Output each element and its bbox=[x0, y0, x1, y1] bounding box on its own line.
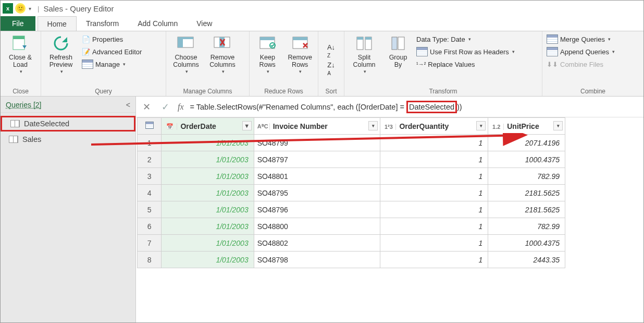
cell-orderdate[interactable]: 1/01/2003 bbox=[162, 185, 254, 201]
remove-columns-button[interactable]: Remove Columns ▾ bbox=[206, 33, 239, 74]
cell-invoice[interactable]: SO48797 bbox=[254, 151, 380, 168]
row-number[interactable]: 2 bbox=[138, 151, 162, 168]
keep-rows-icon bbox=[257, 33, 278, 53]
query-item-sales[interactable]: Sales bbox=[1, 131, 135, 147]
chevron-down-icon: ▾ bbox=[222, 69, 225, 74]
formula-input[interactable]: = Table.SelectRows(#"Renamed Columns", e… bbox=[190, 103, 639, 111]
quick-access-dropdown-icon[interactable]: ▾ bbox=[29, 6, 31, 11]
datatype-text-icon[interactable]: AᴮC bbox=[257, 123, 270, 130]
row-number[interactable]: 3 bbox=[138, 168, 162, 185]
table-row[interactable]: 21/01/2003SO4879711000.4375 bbox=[138, 151, 565, 168]
close-and-load-button[interactable]: Close & Load ▾ bbox=[4, 33, 37, 74]
datatype-int-icon[interactable]: 1²3 bbox=[383, 124, 396, 130]
smiley-icon[interactable]: 🙂 bbox=[15, 3, 26, 14]
datatype-date-icon[interactable]: 📅 bbox=[165, 123, 177, 130]
group-by-button[interactable]: Group By bbox=[384, 33, 412, 69]
advanced-editor-button[interactable]: 📝 Advanced Editor bbox=[81, 46, 143, 57]
append-queries-button[interactable]: Append Queries ▾ bbox=[546, 46, 616, 57]
sort-desc-button[interactable]: Z↓A bbox=[327, 61, 335, 77]
cell-orderquantity[interactable]: 1 bbox=[380, 235, 488, 252]
cell-orderdate[interactable]: 1/01/2003 bbox=[162, 168, 254, 185]
cell-orderdate[interactable]: 1/01/2003 bbox=[162, 252, 254, 268]
row-number[interactable]: 1 bbox=[138, 135, 162, 151]
table-row[interactable]: 71/01/2003SO4880211000.4375 bbox=[138, 235, 565, 252]
first-row-headers-button[interactable]: Use First Row as Headers ▾ bbox=[415, 46, 516, 57]
choose-columns-button[interactable]: Choose Columns ▾ bbox=[169, 33, 203, 74]
cell-invoice[interactable]: SO48796 bbox=[254, 201, 380, 218]
manage-button[interactable]: Manage ▾ bbox=[81, 58, 143, 70]
column-header-unitprice[interactable]: 1.2UnitPrice ▾ bbox=[488, 118, 565, 135]
tab-view[interactable]: View bbox=[187, 16, 221, 31]
column-header-orderdate[interactable]: 📅OrderDate ▼ bbox=[162, 118, 254, 135]
chevron-down-icon: ▾ bbox=[299, 69, 302, 74]
cell-orderdate[interactable]: 1/01/2003 bbox=[162, 135, 254, 151]
merge-queries-button[interactable]: Merge Queries ▾ bbox=[546, 33, 616, 45]
cell-orderdate[interactable]: 1/01/2003 bbox=[162, 151, 254, 168]
cell-orderdate[interactable]: 1/01/2003 bbox=[162, 235, 254, 252]
tab-transform[interactable]: Transform bbox=[77, 16, 128, 31]
fx-icon[interactable]: fx bbox=[178, 102, 184, 112]
row-number[interactable]: 4 bbox=[138, 185, 162, 201]
data-type-button[interactable]: Data Type: Date ▾ bbox=[415, 33, 516, 45]
cell-unitprice[interactable]: 782.99 bbox=[488, 168, 565, 185]
replace-values-button[interactable]: ¹→² Replace Values bbox=[415, 58, 516, 70]
cell-invoice[interactable]: SO48802 bbox=[254, 235, 380, 252]
cell-orderquantity[interactable]: 1 bbox=[380, 151, 488, 168]
cell-orderdate[interactable]: 1/01/2003 bbox=[162, 201, 254, 218]
table-row[interactable]: 61/01/2003SO488001782.99 bbox=[138, 218, 565, 235]
column-header-invoice[interactable]: AᴮCInvoice Number ▾ bbox=[254, 118, 380, 135]
remove-rows-button[interactable]: Remove Rows ▾ bbox=[286, 33, 315, 74]
cell-unitprice[interactable]: 2443.35 bbox=[488, 252, 565, 268]
split-column-button[interactable]: Split Column ▾ bbox=[348, 33, 381, 74]
column-header-orderquantity[interactable]: 1²3OrderQuantity ▾ bbox=[380, 118, 488, 135]
data-grid[interactable]: 📅OrderDate ▼ AᴮCInvoice Number ▾ 1²3Orde… bbox=[136, 117, 643, 268]
remove-rows-icon bbox=[290, 33, 311, 53]
cell-orderdate[interactable]: 1/01/2003 bbox=[162, 218, 254, 235]
cell-orderquantity[interactable]: 1 bbox=[380, 185, 488, 201]
cell-unitprice[interactable]: 1000.4375 bbox=[488, 235, 565, 252]
datatype-decimal-icon[interactable]: 1.2 bbox=[491, 124, 504, 130]
cell-unitprice[interactable]: 2181.5625 bbox=[488, 201, 565, 218]
tab-home[interactable]: Home bbox=[38, 16, 77, 31]
formula-cancel-button[interactable]: ✕ bbox=[140, 101, 153, 113]
filter-dropdown-icon[interactable]: ▾ bbox=[368, 121, 378, 130]
grid-corner-cell[interactable] bbox=[138, 118, 162, 135]
refresh-preview-button[interactable]: Refresh Preview ▾ bbox=[44, 33, 78, 74]
cell-invoice[interactable]: SO48801 bbox=[254, 168, 380, 185]
cell-invoice[interactable]: SO48798 bbox=[254, 252, 380, 268]
query-item-dateselected[interactable]: DateSelected bbox=[1, 116, 135, 131]
filter-dropdown-icon[interactable]: ▾ bbox=[476, 121, 486, 130]
row-number[interactable]: 6 bbox=[138, 218, 162, 235]
cell-invoice[interactable]: SO48795 bbox=[254, 185, 380, 201]
table-row[interactable]: 51/01/2003SO4879612181.5625 bbox=[138, 201, 565, 218]
row-number[interactable]: 5 bbox=[138, 201, 162, 218]
cell-orderquantity[interactable]: 1 bbox=[380, 168, 488, 185]
cell-orderquantity[interactable]: 1 bbox=[380, 252, 488, 268]
cell-orderquantity[interactable]: 1 bbox=[380, 218, 488, 235]
ribbon: Close & Load ▾ Close Refresh Preview ▾ 📄… bbox=[1, 31, 643, 97]
table-row[interactable]: 81/01/2003SO4879812443.35 bbox=[138, 252, 565, 268]
cell-invoice[interactable]: SO48799 bbox=[254, 135, 380, 151]
table-row[interactable]: 11/01/2003SO4879912071.4196 bbox=[138, 135, 565, 151]
keep-rows-button[interactable]: Keep Rows ▾ bbox=[253, 33, 282, 74]
formula-accept-button[interactable]: ✓ bbox=[159, 101, 171, 113]
cell-orderquantity[interactable]: 1 bbox=[380, 201, 488, 218]
queries-panel-header[interactable]: Queries [2] bbox=[6, 101, 41, 109]
cell-orderquantity[interactable]: 1 bbox=[380, 135, 488, 151]
filter-active-icon[interactable]: ▼ bbox=[242, 121, 252, 130]
cell-unitprice[interactable]: 2181.5625 bbox=[488, 185, 565, 201]
cell-invoice[interactable]: SO48800 bbox=[254, 218, 380, 235]
row-number[interactable]: 7 bbox=[138, 235, 162, 252]
table-row[interactable]: 31/01/2003SO488011782.99 bbox=[138, 168, 565, 185]
sort-asc-button[interactable]: A↓Z bbox=[327, 43, 335, 59]
tab-add-column[interactable]: Add Column bbox=[128, 16, 187, 31]
table-row[interactable]: 41/01/2003SO4879512181.5625 bbox=[138, 185, 565, 201]
collapse-panel-icon[interactable]: < bbox=[126, 101, 130, 109]
cell-unitprice[interactable]: 782.99 bbox=[488, 218, 565, 235]
cell-unitprice[interactable]: 2071.4196 bbox=[488, 135, 565, 151]
filter-dropdown-icon[interactable]: ▾ bbox=[553, 121, 563, 130]
row-number[interactable]: 8 bbox=[138, 252, 162, 268]
tab-file[interactable]: File bbox=[1, 16, 35, 31]
cell-unitprice[interactable]: 1000.4375 bbox=[488, 151, 565, 168]
properties-button[interactable]: 📄 Properties bbox=[81, 33, 143, 45]
